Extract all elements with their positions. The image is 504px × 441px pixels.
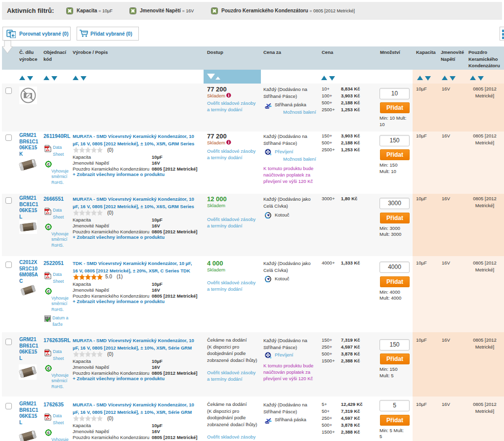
svg-text:c: c [47,162,50,167]
svg-text:c: c [47,289,50,294]
svg-text:c: c [47,224,50,229]
svg-text:c: c [47,430,50,435]
svg-text:c: c [47,366,50,371]
